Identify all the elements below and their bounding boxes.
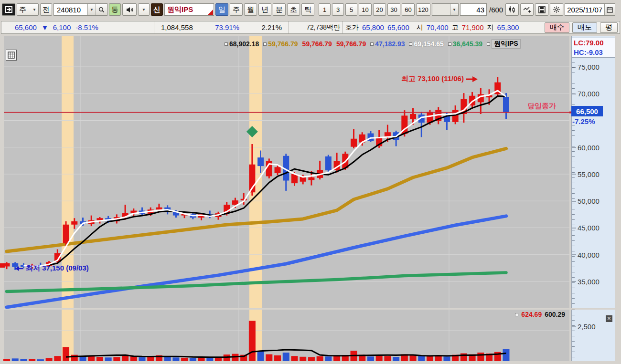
legend-item: 69,154.65 [409,40,443,48]
volume-bar [308,357,315,361]
volume-bar [503,349,509,361]
volume-bar [96,357,103,361]
hc-value: HC:-9.03 [574,48,615,57]
legend-value: 68,902.18 [229,40,259,48]
volume-bar [139,357,146,361]
volume-bar [46,358,53,361]
volume-bar [317,356,323,361]
volume-bar [376,355,383,361]
legend-item: 47,182.93 [370,40,405,48]
high-annotation-text: 최고 73,100 (11/06) [401,74,464,83]
volume-bar [88,356,95,361]
legend-item: 36,645.39 [448,40,482,48]
candle [291,174,298,183]
volume-bar [198,357,205,361]
price-axis-label: 55,000 [578,170,600,178]
volume-bar [113,357,120,361]
legend-value: 69,154.65 [414,40,443,48]
indicator-legend: 68,902.1859,766.7959,766.7959,766.7947,1… [225,39,521,49]
candle [308,177,314,180]
volume-bar [443,356,450,361]
volume-bar [181,358,188,361]
close-line-label: 당일종가 [527,102,556,111]
current-price-axis-box: 66,500 [571,106,603,116]
candle [257,157,264,166]
legend-swatch [448,42,451,46]
legend-value: 59,766.79 [336,40,366,48]
volume-bar [3,359,10,361]
lc-value: LC:79.00 [574,38,615,48]
volume-bar [410,355,417,361]
high-annotation: 최고 73,100 (11/06) [401,74,478,83]
legend-item: 68,902.18 [225,40,259,48]
legend-swatch [515,313,518,316]
close-line-label-text: 당일종가 [527,102,556,111]
price-axis-label: 75,000 [578,63,600,71]
volume-bar [283,353,289,361]
volume-ma-red-value: 624.69 [521,311,542,318]
low-annotation: 최저 37,150 (09/03) [14,264,89,273]
price-axis-label: 50,000 [578,197,600,205]
volume-bar [20,359,27,361]
price-axis-label: 60,000 [578,143,600,151]
low-annotation-text: 최저 37,150 (09/03) [26,264,89,273]
volume-bar [63,347,69,361]
volume-bar [367,356,374,361]
left-arrow-icon [14,266,24,271]
volume-bar [427,356,433,361]
volume-bar [325,356,332,361]
candle [503,97,509,113]
volume-bar [164,357,171,361]
volume-bar [206,358,213,361]
legend-item: 59,766.79 [263,40,298,48]
volume-bar [12,358,19,361]
candlestick-chart-canvas[interactable] [0,0,621,364]
volume-bar [79,356,86,361]
candle [71,221,77,225]
volume-bar [29,359,35,361]
close-icon: ✕ [607,316,611,321]
volume-axis-ticks [572,310,575,361]
legend-swatch [225,42,228,46]
legend-value: 36,645.39 [453,40,482,48]
legend-item: 59,766.79 [302,40,332,48]
volume-ma-black-value: 600.29 [545,311,565,318]
candle [130,210,137,212]
price-axis-label: 45,000 [578,224,600,232]
current-price-axis-value: 66,500 [576,107,598,115]
volume-bar [266,354,272,361]
right-arrow-icon [466,76,478,83]
price-axis-label: 35,000 [578,277,600,285]
price-axis-panel[interactable]: 75,00070,00060,00055,00050,00045,00040,0… [571,36,615,308]
legend-value: 59,766.79 [302,40,332,48]
legend-swatch [263,42,267,46]
volume-bar [190,358,196,361]
current-price-axis-pct: -7.25% [572,117,595,125]
candle [325,156,332,170]
volume-bar [37,359,44,361]
legend-item: 59,766.79 [336,40,366,48]
volume-bar [418,356,425,361]
candle [351,139,357,147]
volume-bar [300,357,306,361]
hts-chart-window: { "toolbar": { "period_combo_label": "주"… [0,0,621,364]
candle [156,208,162,209]
volume-panel-close-button[interactable]: ✕ [606,315,612,322]
volume-bar [54,356,61,361]
legend-swatch [487,42,490,46]
legend-stock-label: 원익IPS [492,39,521,49]
grid-icon [8,52,15,59]
volume-bar [147,357,154,361]
legend-value: 59,766.79 [268,40,298,48]
grid-toggle-button[interactable] [6,50,17,61]
volume-bar [393,357,399,361]
candle [275,167,281,173]
volume-legend: 624.69 600.29 [497,311,565,318]
candle [63,225,69,243]
volume-bar [105,357,112,361]
volume-bar [477,353,484,361]
candle [410,114,416,119]
volume-bar [172,357,179,361]
legend-value: 47,182.93 [375,40,405,48]
price-axis-label: 70,000 [578,90,600,98]
